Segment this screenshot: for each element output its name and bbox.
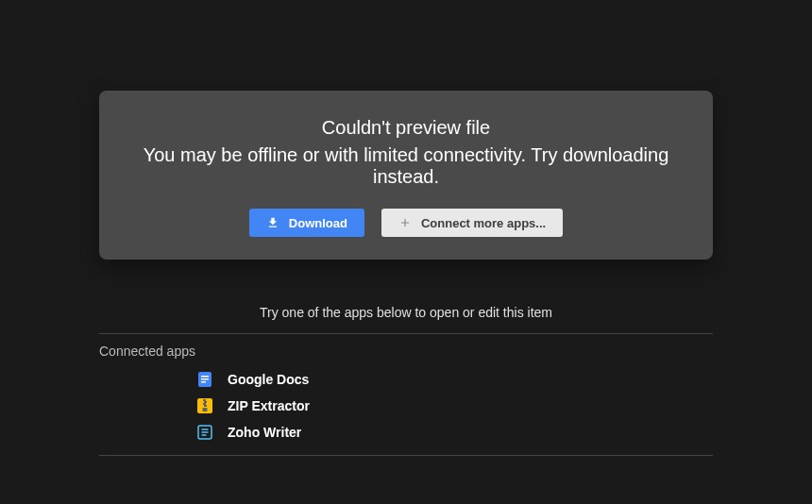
apps-prompt: Try one of the apps below to open or edi… (99, 305, 713, 334)
app-name: Zoho Writer (228, 425, 301, 440)
svg-rect-5 (203, 399, 206, 401)
svg-rect-1 (201, 376, 209, 378)
svg-rect-3 (201, 381, 206, 383)
app-item-google-docs[interactable]: Google Docs (99, 366, 713, 393)
button-row: Download Connect more apps... (118, 209, 694, 237)
zip-icon (197, 398, 212, 413)
error-card: Couldn't preview file You may be offline… (99, 91, 713, 260)
error-subtitle: You may be offline or with limited conne… (118, 144, 694, 188)
apps-section: Try one of the apps below to open or edi… (99, 305, 713, 456)
download-button[interactable]: Download (249, 209, 364, 237)
app-item-zip-extractor[interactable]: ZIP Extractor (99, 393, 713, 419)
plus-icon (398, 216, 412, 229)
svg-rect-8 (204, 405, 207, 407)
svg-rect-9 (203, 408, 208, 412)
app-item-zoho-writer[interactable]: Zoho Writer (99, 419, 713, 445)
svg-rect-7 (203, 403, 206, 405)
error-title: Couldn't preview file (118, 117, 694, 139)
download-icon (266, 216, 279, 229)
svg-rect-6 (204, 401, 207, 403)
app-list: Google Docs ZIP Extractor (99, 366, 713, 456)
app-name: Google Docs (228, 372, 309, 387)
download-button-label: Download (289, 216, 347, 230)
connect-more-apps-button[interactable]: Connect more apps... (381, 209, 563, 237)
connected-apps-label: Connected apps (99, 334, 713, 366)
app-name: ZIP Extractor (228, 398, 310, 413)
zoho-icon (197, 425, 212, 440)
connect-more-apps-label: Connect more apps... (421, 216, 546, 230)
svg-rect-2 (201, 378, 209, 380)
docs-icon (197, 372, 212, 387)
